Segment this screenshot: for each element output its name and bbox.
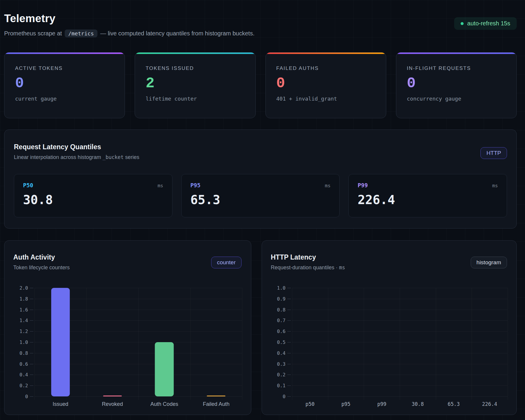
y-tick-label: 0.6 — [277, 329, 286, 334]
panel-subtitle: Linear interpolation across histogram _b… — [14, 154, 507, 160]
page-title: Telemetry — [4, 12, 517, 25]
y-tick-mark — [287, 375, 291, 375]
quantile-unit: ms — [325, 183, 330, 188]
quantile-unit: ms — [492, 183, 498, 188]
y-tick-label: 2.0 — [19, 285, 28, 291]
y-tick-mark — [30, 342, 33, 342]
panel-title: Auth Activity — [13, 253, 242, 261]
bar-auth-codes — [155, 342, 174, 396]
y-tick-label: 0.4 — [277, 350, 286, 356]
stats-row: ACTIVE TOKENS 0 current gauge TOKENS ISS… — [4, 52, 517, 118]
x-axis-label: p95 — [328, 401, 364, 407]
gridline-v — [87, 288, 87, 400]
x-axis: IssuedRevokedAuth CodesFailed Auth — [35, 401, 242, 407]
stat-sublabel: lifetime counter — [146, 96, 244, 102]
plot-area — [292, 288, 508, 396]
subtitle-unit: ms — [339, 265, 345, 270]
y-tick-mark — [30, 320, 33, 321]
y-tick-label: 0.2 — [277, 372, 286, 378]
y-tick-label: 1.8 — [19, 296, 28, 301]
status-dot-icon — [461, 22, 464, 25]
stat-value: 0 — [15, 76, 114, 91]
gridline-v — [328, 288, 328, 400]
bar-failed-auth — [207, 396, 225, 396]
auto-refresh-label: auto-refresh 15s — [467, 20, 510, 27]
y-tick-label: 0.3 — [277, 361, 286, 367]
y-tick-mark — [287, 396, 291, 397]
latency-quantiles-panel: Request Latency Quantiles Linear interpo… — [4, 129, 517, 229]
http-latency-chart: 00.10.20.30.40.50.60.70.80.91.0 p50p95p9… — [271, 288, 508, 407]
stat-card-active-tokens: ACTIVE TOKENS 0 current gauge — [4, 52, 125, 118]
quantile-unit: ms — [157, 183, 163, 188]
subtitle-text: — live computed latency quantiles from h… — [100, 30, 254, 37]
x-axis-label: Revoked — [87, 401, 138, 407]
x-axis-label: p50 — [292, 401, 328, 407]
metrics-endpoint-chip: /metrics — [65, 29, 97, 37]
y-tick-mark — [287, 288, 291, 288]
stat-value: 0 — [276, 76, 375, 91]
y-tick-mark — [30, 385, 33, 386]
card-accent-bar — [396, 52, 516, 54]
x-axis-label: p99 — [364, 401, 400, 407]
quantile-tile-p50: P50 ms 30.8 — [14, 174, 172, 217]
y-tick-mark — [287, 353, 291, 353]
panel-subtitle: Token lifecycle counters — [13, 264, 242, 271]
gridline-v — [400, 288, 400, 400]
y-tick-mark — [287, 320, 291, 321]
y-tick-label: 1.0 — [19, 339, 28, 345]
y-tick-mark — [30, 364, 33, 364]
y-tick-label: 0.5 — [277, 339, 286, 345]
quantile-label: P95 — [190, 182, 200, 188]
stat-sublabel: 401 + invalid_grant — [276, 96, 375, 102]
quantile-value: 30.8 — [23, 193, 163, 207]
x-axis-label: Auth Codes — [138, 401, 190, 407]
y-tick-mark — [30, 288, 33, 288]
y-tick-label: 0.8 — [277, 307, 286, 312]
quantile-value: 226.4 — [358, 193, 498, 207]
page-header: Telemetry Prometheus scrape at /metrics … — [4, 0, 517, 37]
x-axis-label: 226.4 — [472, 401, 508, 407]
subtitle-text: Linear interpolation across histogram — [14, 154, 101, 160]
x-axis-label: 30.8 — [400, 401, 436, 407]
y-tick-mark — [30, 299, 33, 299]
y-tick-label: 1.6 — [19, 307, 28, 312]
auto-refresh-badge: auto-refresh 15s — [454, 17, 517, 30]
y-tick-mark — [287, 364, 291, 364]
y-tick-label: 0.1 — [277, 383, 286, 388]
y-tick-mark — [287, 342, 291, 342]
y-tick-label: 0 — [25, 394, 28, 399]
quantile-tile-p99: P99 ms 226.4 — [348, 174, 507, 217]
histogram-tag-badge: histogram — [471, 257, 507, 268]
y-tick-mark — [30, 396, 33, 397]
y-tick-label: 0.4 — [19, 372, 28, 378]
stat-sublabel: current gauge — [15, 96, 114, 102]
y-tick-mark — [287, 385, 291, 386]
y-tick-label: 0.6 — [19, 361, 28, 367]
counter-tag-badge: counter — [211, 257, 242, 268]
y-tick-label: 1.4 — [19, 318, 28, 323]
http-tag-badge: HTTP — [480, 147, 507, 159]
stat-label: TOKENS ISSUED — [146, 65, 244, 71]
subtitle-text: Request-duration quantiles · — [271, 265, 337, 270]
plot-area — [35, 288, 242, 396]
stat-value: 0 — [407, 76, 506, 91]
gridline-v — [508, 288, 508, 400]
y-axis: 00.20.40.60.81.01.21.41.61.82.0 — [13, 288, 35, 396]
stat-card-tokens-issued: TOKENS ISSUED 2 lifetime counter — [135, 52, 255, 118]
y-tick-label: 0.7 — [277, 318, 286, 323]
y-tick-mark — [30, 375, 33, 375]
x-axis-label: 65.3 — [436, 401, 472, 407]
page-subtitle: Prometheus scrape at /metrics — live com… — [4, 30, 517, 37]
gridline-v — [35, 288, 35, 400]
y-tick-label: 0.2 — [19, 383, 28, 388]
gridline-v — [472, 288, 472, 400]
y-tick-mark — [30, 331, 33, 332]
quantile-row: P50 ms 30.8 P95 ms 65.3 P99 ms 226.4 — [14, 174, 507, 217]
auth-activity-panel: Auth Activity Token lifecycle counters c… — [4, 240, 251, 415]
bar-revoked — [103, 396, 122, 396]
charts-row: Auth Activity Token lifecycle counters c… — [4, 240, 517, 415]
y-tick-mark — [287, 331, 291, 332]
quantile-label: P50 — [23, 182, 33, 188]
y-tick-mark — [287, 310, 291, 310]
gridline-v — [436, 288, 436, 400]
